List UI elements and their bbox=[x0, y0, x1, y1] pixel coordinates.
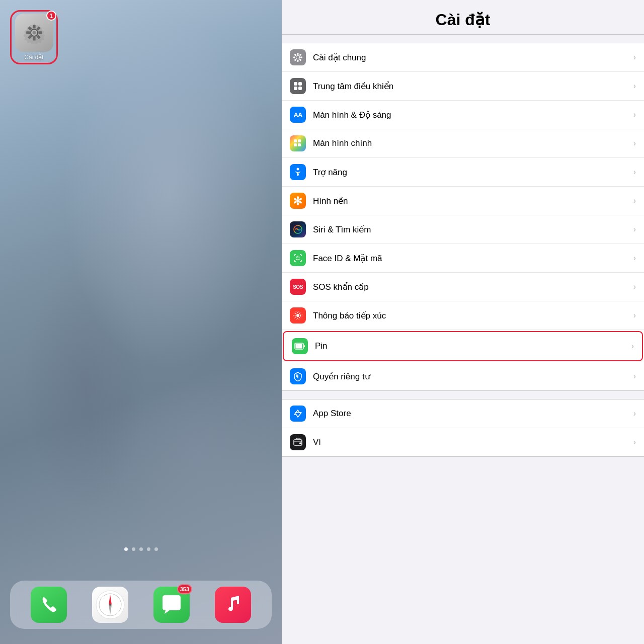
settings-item-appstore[interactable]: App Store › bbox=[282, 399, 644, 428]
appstore-chevron: › bbox=[633, 409, 636, 418]
settings-item-wallpaper[interactable]: Hình nền › bbox=[282, 187, 644, 215]
music-icon bbox=[223, 595, 243, 615]
svg-rect-4 bbox=[33, 25, 35, 28]
svg-rect-9 bbox=[38, 31, 42, 34]
wallpaper-label: Hình nền bbox=[313, 196, 633, 206]
svg-rect-27 bbox=[297, 60, 299, 62]
phone-app-icon[interactable] bbox=[31, 587, 67, 623]
general-icon bbox=[290, 49, 306, 65]
svg-rect-25 bbox=[300, 57, 302, 58]
battery-icon bbox=[292, 338, 308, 354]
settings-panel: Cài đặt bbox=[282, 0, 644, 644]
privacy-chevron: › bbox=[633, 372, 636, 381]
control-center-label: Trung tâm điều khiển bbox=[313, 81, 633, 92]
settings-item-privacy[interactable]: Quyền riêng tư › bbox=[282, 362, 644, 390]
control-center-chevron: › bbox=[633, 82, 636, 91]
svg-point-52 bbox=[296, 314, 299, 317]
wallpaper-icon bbox=[290, 193, 306, 209]
home-screen-label: Màn hình chính bbox=[313, 138, 633, 148]
dot-4 bbox=[147, 547, 150, 551]
svg-rect-12 bbox=[26, 31, 30, 34]
wallet-icon bbox=[290, 434, 306, 450]
privacy-icon bbox=[290, 368, 306, 384]
svg-rect-38 bbox=[294, 143, 297, 146]
music-app-icon[interactable] bbox=[215, 587, 251, 623]
general-label: Cài đặt chung bbox=[313, 52, 633, 63]
svg-rect-30 bbox=[294, 54, 297, 56]
settings-item-general[interactable]: Cài đặt chung › bbox=[282, 43, 644, 72]
display-label: Màn hình & Độ sáng bbox=[313, 110, 633, 120]
wallet-label: Ví bbox=[313, 437, 633, 447]
svg-rect-23 bbox=[297, 53, 299, 55]
svg-point-15 bbox=[32, 31, 36, 35]
svg-rect-59 bbox=[299, 443, 301, 444]
settings-group-2: App Store › Ví › bbox=[282, 399, 644, 457]
page-dots bbox=[0, 547, 282, 551]
svg-rect-24 bbox=[299, 54, 301, 56]
sos-label: SOS khẩn cấp bbox=[313, 282, 633, 292]
accessibility-label: Trợ năng bbox=[313, 167, 633, 178]
svg-rect-5 bbox=[33, 37, 35, 41]
exposure-icon bbox=[290, 307, 306, 324]
exposure-chevron: › bbox=[633, 311, 636, 320]
settings-item-sos[interactable]: SOS SOS khẩn cấp › bbox=[282, 273, 644, 301]
svg-point-49 bbox=[296, 257, 297, 258]
svg-point-40 bbox=[297, 168, 299, 171]
settings-app-label: Cài đặt bbox=[24, 54, 43, 61]
settings-item-wallet[interactable]: Ví › bbox=[282, 428, 644, 456]
settings-list: Cài đặt chung › Trung tâm điều khiển › bbox=[282, 35, 644, 644]
phone-icon bbox=[39, 595, 59, 615]
settings-header: Cài đặt bbox=[282, 0, 644, 35]
svg-rect-26 bbox=[299, 58, 301, 61]
accessibility-chevron: › bbox=[633, 168, 636, 177]
settings-item-control-center[interactable]: Trung tâm điều khiển › bbox=[282, 72, 644, 101]
svg-rect-37 bbox=[298, 139, 301, 142]
svg-rect-28 bbox=[294, 58, 297, 61]
sos-icon: SOS bbox=[290, 279, 306, 295]
messages-app-icon[interactable]: 353 bbox=[153, 587, 190, 623]
settings-app-container[interactable]: 1 Cài đặt bbox=[10, 10, 58, 64]
settings-app-icon: 1 bbox=[15, 14, 53, 52]
battery-chevron: › bbox=[631, 342, 634, 351]
svg-rect-33 bbox=[298, 82, 302, 86]
svg-rect-56 bbox=[296, 344, 302, 349]
home-screen-chevron: › bbox=[633, 139, 636, 148]
settings-item-siri[interactable]: Siri & Tìm kiếm › bbox=[282, 215, 644, 244]
settings-item-exposure[interactable]: Thông báo tiếp xúc › bbox=[282, 301, 644, 330]
siri-icon bbox=[290, 221, 306, 237]
settings-item-home-screen[interactable]: Màn hình chính › bbox=[282, 129, 644, 158]
settings-group-1: Cài đặt chung › Trung tâm điều khiển › bbox=[282, 43, 644, 391]
svg-point-50 bbox=[299, 257, 300, 258]
messages-badge: 353 bbox=[177, 584, 192, 594]
control-center-icon bbox=[290, 78, 306, 94]
messages-icon bbox=[160, 594, 183, 616]
svg-rect-34 bbox=[294, 87, 297, 90]
sos-chevron: › bbox=[633, 282, 636, 291]
svg-point-45 bbox=[297, 202, 299, 205]
settings-item-faceid[interactable]: Face ID & Mặt mã › bbox=[282, 244, 644, 273]
svg-rect-35 bbox=[298, 87, 302, 90]
settings-badge: 1 bbox=[46, 11, 56, 21]
faceid-icon bbox=[290, 250, 306, 266]
svg-point-42 bbox=[297, 196, 299, 199]
svg-rect-32 bbox=[294, 82, 297, 86]
siri-label: Siri & Tìm kiếm bbox=[313, 224, 633, 235]
dot-3 bbox=[139, 547, 143, 551]
wallpaper-chevron: › bbox=[633, 196, 636, 205]
privacy-label: Quyền riêng tư bbox=[313, 371, 633, 382]
wallet-chevron: › bbox=[633, 438, 636, 447]
safari-app-icon[interactable] bbox=[92, 587, 128, 623]
settings-item-display[interactable]: AA Màn hình & Độ sáng › bbox=[282, 101, 644, 129]
svg-point-31 bbox=[296, 56, 299, 59]
safari-icon bbox=[95, 590, 125, 620]
svg-rect-36 bbox=[294, 139, 297, 142]
dot-2 bbox=[132, 547, 135, 551]
appstore-icon bbox=[290, 406, 306, 422]
dot-5 bbox=[154, 547, 158, 551]
settings-item-accessibility[interactable]: Trợ năng › bbox=[282, 158, 644, 187]
settings-item-battery[interactable]: Pin › bbox=[283, 331, 643, 361]
svg-point-41 bbox=[296, 199, 299, 202]
faceid-label: Face ID & Mặt mã bbox=[313, 253, 633, 264]
app-dock: 353 bbox=[10, 581, 272, 629]
display-chevron: › bbox=[633, 110, 636, 119]
